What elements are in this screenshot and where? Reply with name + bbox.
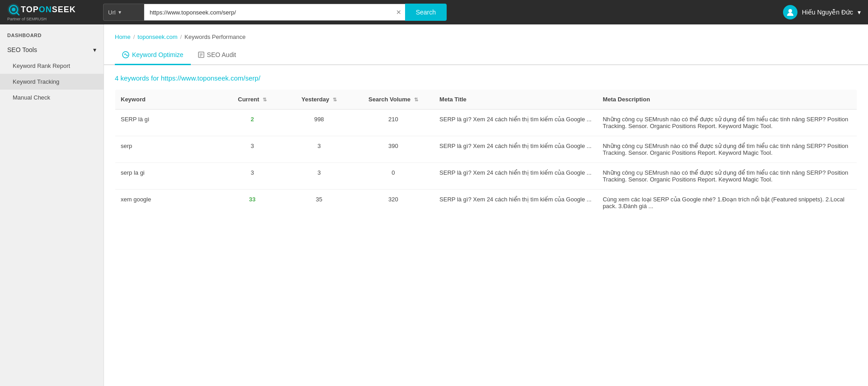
col-header-search-volume[interactable]: Search Volume ⇅ xyxy=(353,90,434,110)
cell-keyword: serp la gi xyxy=(115,163,219,190)
avatar xyxy=(783,5,797,19)
breadcrumb-sep-2: / xyxy=(180,33,182,40)
keywords-heading: 4 keywords for https://www.toponseek.com… xyxy=(104,65,868,86)
sort-volume-icon: ⇅ xyxy=(414,97,418,103)
search-bar: Url ▾ ✕ Search xyxy=(103,4,447,21)
breadcrumb: Home / toponseek.com / Keywords Performa… xyxy=(104,24,868,46)
sidebar-item-manual-check[interactable]: Manual Check xyxy=(0,90,104,105)
tab-keyword-optimize[interactable]: Keyword Optimize xyxy=(115,46,191,65)
cell-current: 3 xyxy=(219,136,286,163)
seo-tools-label: SEO Tools xyxy=(7,46,37,53)
user-name: Hiếu Nguyễn Đức xyxy=(802,9,853,16)
tab-keyword-optimize-label: Keyword Optimize xyxy=(132,51,184,58)
cell-current: 2 xyxy=(219,110,286,136)
cell-current: 33 xyxy=(219,190,286,216)
main-layout: DASHBOARD SEO Tools ▾ Keyword Rank Repor… xyxy=(0,24,868,386)
cell-yesterday: 35 xyxy=(286,190,353,216)
search-button[interactable]: Search xyxy=(405,4,447,21)
logo-icon xyxy=(7,3,20,16)
cell-meta-description: Những công cụ SEMrush nào có thể được sử… xyxy=(597,110,857,136)
cell-keyword: serp xyxy=(115,136,219,163)
seo-tools-chevron-icon: ▾ xyxy=(93,46,96,53)
content-area: Home / toponseek.com / Keywords Performa… xyxy=(104,24,868,386)
cell-meta-title: SERP là gì? Xem 24 cách hiển thị tìm kiế… xyxy=(434,136,597,163)
user-dropdown-icon: ▾ xyxy=(858,9,861,16)
url-input-wrapper: ✕ xyxy=(144,4,405,21)
user-area[interactable]: Hiếu Nguyễn Đức ▾ xyxy=(783,5,861,19)
cell-search-volume: 210 xyxy=(353,110,434,136)
cell-meta-description: Những công cụ SEMrush nào có thể được sử… xyxy=(597,136,857,163)
col-header-keyword: Keyword xyxy=(115,90,219,110)
sidebar-item-label: Keyword Rank Report xyxy=(13,62,70,69)
keyword-optimize-icon xyxy=(122,51,129,58)
svg-point-3 xyxy=(12,8,15,11)
cell-meta-title: SERP là gì? Xem 24 cách hiển thị tìm kiế… xyxy=(434,190,597,216)
chevron-down-icon: ▾ xyxy=(118,9,121,15)
sidebar: DASHBOARD SEO Tools ▾ Keyword Rank Repor… xyxy=(0,24,104,386)
col-header-yesterday[interactable]: Yesterday ⇅ xyxy=(286,90,353,110)
cell-current: 3 xyxy=(219,163,286,190)
col-header-current[interactable]: Current ⇅ xyxy=(219,90,286,110)
seo-audit-icon xyxy=(198,52,204,58)
cell-search-volume: 0 xyxy=(353,163,434,190)
col-header-meta-description: Meta Description xyxy=(597,90,857,110)
cell-meta-description: Những công cụ SEMrush nào có thể được sử… xyxy=(597,163,857,190)
table-row: serp la gi 3 3 0 SERP là gì? Xem 24 cách… xyxy=(115,163,857,190)
cell-keyword: SERP là gì xyxy=(115,110,219,136)
cell-meta-title: SERP là gì? Xem 24 cách hiển thị tìm kiế… xyxy=(434,163,597,190)
cell-search-volume: 320 xyxy=(353,190,434,216)
logo-subtext: Partner of SEMRUSH xyxy=(7,17,47,21)
dashboard-label: DASHBOARD xyxy=(0,24,104,42)
tabs-bar: Keyword Optimize SEO Audit xyxy=(104,46,868,65)
sort-current-icon: ⇅ xyxy=(263,97,267,103)
cell-meta-title: SERP là gì? Xem 24 cách hiển thị tìm kiế… xyxy=(434,110,597,136)
table-header-row: Keyword Current ⇅ Yesterday ⇅ Search Vol… xyxy=(115,90,857,110)
sidebar-item-label: Manual Check xyxy=(13,94,50,101)
tab-seo-audit[interactable]: SEO Audit xyxy=(191,46,244,65)
sort-yesterday-icon: ⇅ xyxy=(333,97,337,103)
cell-keyword: xem google xyxy=(115,190,219,216)
keywords-table: Keyword Current ⇅ Yesterday ⇅ Search Vol… xyxy=(115,89,857,216)
clear-input-button[interactable]: ✕ xyxy=(396,9,401,16)
breadcrumb-site[interactable]: toponseek.com xyxy=(137,33,177,40)
sidebar-item-keyword-rank-report[interactable]: Keyword Rank Report xyxy=(0,58,104,74)
sidebar-item-label: Keyword Tracking xyxy=(13,78,59,85)
url-input[interactable] xyxy=(144,4,405,21)
col-header-meta-title: Meta Title xyxy=(434,90,597,110)
svg-point-4 xyxy=(788,9,792,13)
breadcrumb-current: Keywords Performance xyxy=(184,33,245,40)
sidebar-item-keyword-tracking[interactable]: Keyword Tracking xyxy=(0,74,104,90)
logo-text: TOPONSEEK xyxy=(21,5,76,14)
cell-yesterday: 998 xyxy=(286,110,353,136)
table-wrapper: Keyword Current ⇅ Yesterday ⇅ Search Vol… xyxy=(104,86,868,227)
cell-yesterday: 3 xyxy=(286,163,353,190)
breadcrumb-sep-1: / xyxy=(133,33,135,40)
url-type-label: Url xyxy=(108,9,116,16)
seo-tools-group[interactable]: SEO Tools ▾ xyxy=(0,42,104,58)
breadcrumb-home[interactable]: Home xyxy=(115,33,131,40)
topbar: TOPONSEEK Partner of SEMRUSH Url ▾ ✕ Sea… xyxy=(0,0,868,24)
url-type-select[interactable]: Url ▾ xyxy=(103,4,144,21)
logo-area: TOPONSEEK Partner of SEMRUSH xyxy=(7,3,98,21)
cell-yesterday: 3 xyxy=(286,136,353,163)
table-row: xem google 33 35 320 SERP là gì? Xem 24 … xyxy=(115,190,857,216)
tab-seo-audit-label: SEO Audit xyxy=(207,51,236,58)
table-row: SERP là gì 2 998 210 SERP là gì? Xem 24 … xyxy=(115,110,857,136)
cell-search-volume: 390 xyxy=(353,136,434,163)
table-row: serp 3 3 390 SERP là gì? Xem 24 cách hiể… xyxy=(115,136,857,163)
cell-meta-description: Cùng xem các loại SERP của Google nhé? 1… xyxy=(597,190,857,216)
